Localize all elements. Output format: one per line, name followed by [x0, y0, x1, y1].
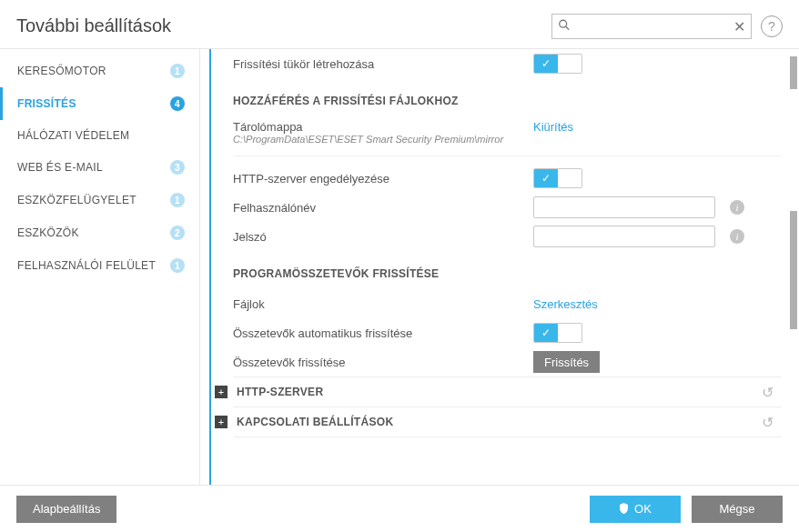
sidebar-item-label: ESZKÖZÖK	[17, 226, 79, 239]
divider	[233, 156, 781, 156]
body: KERESŐMOTOR 1 FRISSÍTÉS 4 HÁLÓZATI VÉDEL…	[0, 49, 799, 485]
expand-connection-settings[interactable]: + KAPCSOLATI BEÁLLÍTÁSOK ↺	[233, 407, 781, 437]
shield-icon	[619, 503, 629, 516]
username-label: Felhasználónév	[233, 201, 533, 215]
update-comp-label: Összetevők frissítése	[233, 356, 533, 369]
sidebar-badge: 4	[170, 96, 185, 111]
mirror-label: Frissítési tükör létrehozása	[233, 57, 533, 71]
info-icon[interactable]: i	[730, 200, 744, 215]
sidebar-item-label: KERESŐMOTOR	[17, 65, 106, 77]
sidebar-item-label: ESZKÖZFELÜGYELET	[17, 194, 137, 206]
scrollbar-thumb[interactable]	[790, 56, 797, 89]
expand-label: KAPCSOLATI BEÁLLÍTÁSOK	[237, 416, 393, 428]
check-icon: ✓	[534, 169, 558, 187]
scrollbar-track	[790, 49, 797, 485]
edit-files-link[interactable]: Szerkesztés	[533, 297, 598, 311]
username-input[interactable]	[533, 196, 715, 218]
sidebar-item-eszkozfelugyelet[interactable]: ESZKÖZFELÜGYELET 1	[0, 184, 199, 216]
clear-link[interactable]: Kiürítés	[533, 120, 573, 134]
sidebar-item-label: FELHASZNÁLÓI FELÜLET	[17, 259, 156, 272]
expand-label: HTTP-SZERVER	[237, 386, 323, 398]
row-mirror-create: Frissítési tükör létrehozása ✓	[233, 49, 781, 78]
content-inner: Frissítési tükör létrehozása ✓ HOZZÁFÉRÉ…	[233, 49, 799, 437]
sidebar-item-frissites[interactable]: FRISSÍTÉS 4	[0, 87, 199, 120]
row-storage-folder: Tárolómappa C:\ProgramData\ESET\ESET Sma…	[233, 116, 781, 148]
sidebar-badge: 1	[170, 64, 185, 78]
sidebar-badge: 1	[170, 193, 185, 207]
scrollbar-thumb[interactable]	[790, 211, 797, 329]
header: További beállítások ✕ ?	[0, 0, 799, 49]
header-controls: ✕ ?	[551, 14, 783, 39]
sidebar: KERESŐMOTOR 1 FRISSÍTÉS 4 HÁLÓZATI VÉDEL…	[0, 49, 200, 485]
reset-icon[interactable]: ↺	[762, 414, 774, 431]
sidebar-item-label: FRISSÍTÉS	[17, 97, 76, 110]
sidebar-badge: 1	[170, 258, 185, 273]
sidebar-item-label: HÁLÓZATI VÉDELEM	[17, 129, 129, 142]
sidebar-item-halozati[interactable]: HÁLÓZATI VÉDELEM	[0, 120, 199, 151]
default-button[interactable]: Alapbeállítás	[16, 496, 116, 523]
row-auto-update: Összetevők automatikus frissítése ✓	[233, 318, 781, 347]
content-pane: Frissítési tükör létrehozása ✓ HOZZÁFÉRÉ…	[209, 49, 799, 485]
check-icon: ✓	[534, 324, 558, 342]
section-access-files: HOZZÁFÉRÉS A FRISSÍTÉSI FÁJLOKHOZ	[233, 78, 781, 116]
storage-path: C:\ProgramData\ESET\ESET Smart Security …	[233, 134, 533, 145]
search-box: ✕	[551, 14, 752, 39]
password-label: Jelszó	[233, 230, 533, 244]
ok-button[interactable]: OK	[590, 496, 681, 523]
toggle-http-enable[interactable]: ✓	[533, 168, 582, 188]
files-label: Fájlok	[233, 297, 533, 311]
search-input[interactable]	[551, 14, 752, 39]
ok-label: OK	[634, 502, 652, 516]
reset-icon[interactable]: ↺	[762, 384, 774, 401]
sidebar-badge: 2	[170, 226, 185, 240]
clear-search-icon[interactable]: ✕	[733, 17, 745, 35]
auto-update-label: Összetevők automatikus frissítése	[233, 326, 533, 340]
sidebar-item-felhasznaloi[interactable]: FELHASZNÁLÓI FELÜLET 1	[0, 249, 199, 282]
toggle-auto-update[interactable]: ✓	[533, 323, 582, 343]
update-button[interactable]: Frissítés	[533, 351, 600, 373]
sidebar-item-label: WEB ÉS E-MAIL	[17, 161, 103, 174]
plus-icon: +	[215, 386, 228, 398]
help-icon[interactable]: ?	[761, 15, 783, 37]
row-http-enable: HTTP-szerver engedélyezése ✓	[233, 164, 781, 193]
storage-label: Tárolómappa	[233, 120, 533, 134]
row-update-components: Összetevők frissítése Frissítés	[233, 347, 781, 376]
sidebar-item-web-email[interactable]: WEB ÉS E-MAIL 3	[0, 151, 199, 184]
http-enable-label: HTTP-szerver engedélyezése	[233, 172, 533, 186]
cancel-button[interactable]: Mégse	[692, 496, 783, 523]
toggle-mirror-create[interactable]: ✓	[533, 54, 582, 74]
info-icon[interactable]: i	[730, 229, 744, 244]
row-username: Felhasználónév i	[233, 193, 781, 222]
row-password: Jelszó i	[233, 222, 781, 251]
password-input[interactable]	[533, 226, 715, 247]
page-title: További beállítások	[16, 15, 171, 36]
sidebar-badge: 3	[170, 160, 185, 175]
footer: Alapbeállítás OK Mégse	[0, 485, 799, 532]
section-components: PROGRAMÖSSZETEVŐK FRISSÍTÉSE	[233, 251, 781, 289]
check-icon: ✓	[534, 55, 558, 73]
plus-icon: +	[215, 416, 228, 428]
row-files: Fájlok Szerkesztés	[233, 289, 781, 318]
expand-http-server[interactable]: + HTTP-SZERVER ↺	[233, 376, 781, 407]
sidebar-item-keresomotor[interactable]: KERESŐMOTOR 1	[0, 55, 199, 87]
sidebar-item-eszkozok[interactable]: ESZKÖZÖK 2	[0, 216, 199, 249]
